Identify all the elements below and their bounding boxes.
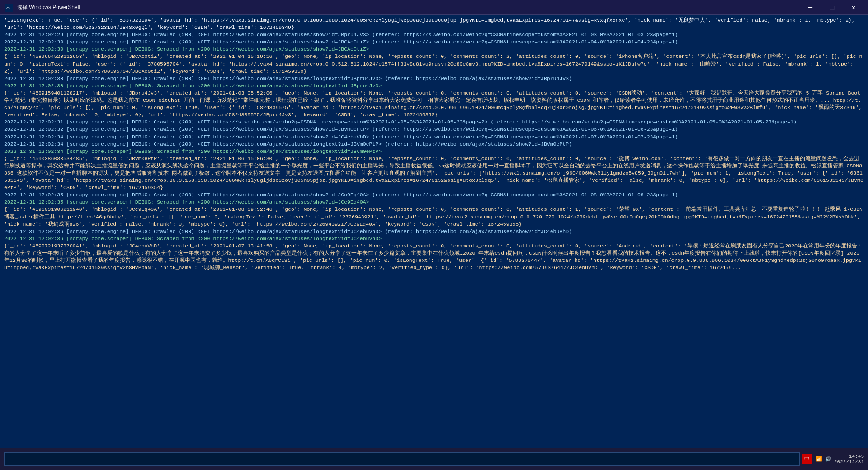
log-line: 2022-12-31 12:02:35 [scrapy.core.scraper… — [4, 199, 864, 206]
log-line: 2022-12-31 12:02:35 [scrapy.core.engine]… — [4, 191, 864, 199]
log-line: 2022-12-31 12:02:30 [scrapy.core.scraper… — [4, 46, 864, 53]
log-line: 2022-12-31 12:02:36 [scrapy.core.scraper… — [4, 235, 864, 242]
svg-text:PS: PS — [5, 6, 10, 10]
command-input[interactable] — [4, 452, 800, 466]
log-line: 2022-12-31 12:02:31 [scrapy.core.engine]… — [4, 119, 864, 126]
log-line: 2022-12-31 12:02:29 [scrapy.core.engine]… — [4, 31, 864, 38]
minimize-button[interactable]: ─ — [800, 0, 821, 15]
volume-icon: 🔊 — [825, 456, 831, 462]
log-line: 2022-12-31 12:02:30 [scrapy.core.engine]… — [4, 38, 864, 46]
log-line: {'_id': '4589664520112653', 'mblogid': '… — [4, 53, 864, 75]
clock: 14:45 2022/12/31 — [834, 454, 864, 465]
powershell-window: PS 选择 Windows PowerShell ─ □ ✕ 'isLongTe… — [0, 0, 868, 470]
log-line: {'_id': '4591031906211940', 'mblogid': '… — [4, 206, 864, 228]
title-bar: PS 选择 Windows PowerShell ─ □ ✕ — [0, 0, 868, 15]
taskbar-right: 中 📶 🔊 14:45 2022/12/31 — [802, 454, 864, 465]
log-line: 2022-12-31 12:02:34 [scrapy.core.engine]… — [4, 141, 864, 148]
date-text: 2022/12/31 — [834, 459, 864, 465]
log-line: 'isLongText': True, 'user': {'_id': '533… — [4, 17, 864, 31]
log-line: {'_id': '4590386083534485', 'mblogid': '… — [4, 155, 864, 191]
title-bar-left: PS 选择 Windows PowerShell — [4, 3, 80, 12]
maximize-button[interactable]: □ — [821, 0, 842, 15]
log-line: 2022-12-31 12:02:36 [scrapy.core.engine]… — [4, 228, 864, 235]
terminal-output[interactable]: 'isLongText': True, 'user': {'_id': '533… — [0, 15, 868, 448]
log-line: 2022-12-31 12:02:30 [scrapy.core.scraper… — [4, 82, 864, 90]
log-line: {'_id': '4590721937370041', 'mblogid': '… — [4, 242, 864, 271]
log-line: {'_id': '4589159401128217', 'mblogid': '… — [4, 90, 864, 119]
log-line: 2022-12-31 12:02:32 [scrapy.core.engine]… — [4, 126, 864, 133]
time-text: 14:45 — [834, 454, 864, 459]
powershell-icon: PS — [4, 3, 13, 12]
window-title: 选择 Windows PowerShell — [17, 4, 80, 11]
taskbar: 中 📶 🔊 14:45 2022/12/31 — [0, 448, 868, 470]
ime-indicator: 中 — [802, 454, 812, 464]
window-controls: ─ □ ✕ — [800, 0, 864, 15]
system-tray: 📶 🔊 14:45 2022/12/31 — [816, 454, 864, 465]
network-icon: 📶 — [816, 456, 822, 462]
log-line: 2022-12-31 12:02:30 [scrapy.core.engine]… — [4, 75, 864, 82]
close-button[interactable]: ✕ — [843, 0, 864, 15]
log-line: 2022-12-31 12:02:34 [scrapy.core.engine]… — [4, 133, 864, 141]
log-line: 2022-12-31 12:02:34 [scrapy.core.scraper… — [4, 148, 864, 155]
